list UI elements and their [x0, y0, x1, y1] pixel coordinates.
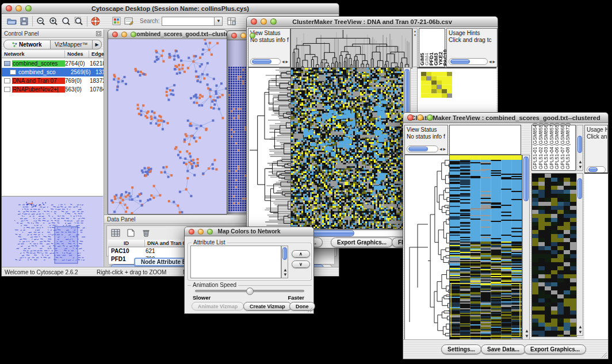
help-lifering-icon[interactable]	[89, 16, 102, 27]
resize-grip[interactable]	[307, 306, 313, 313]
attribute-list-vscrollbar[interactable]: ▲▼	[281, 246, 288, 278]
network-item-icon	[4, 61, 10, 66]
export-graphics-button[interactable]: Export Graphics...	[331, 237, 393, 247]
tv2-genes-vscrollbar[interactable]: ▲▼	[576, 173, 583, 336]
new-attribute-icon[interactable]	[124, 227, 137, 239]
network-item-icon	[10, 70, 16, 75]
close-button[interactable]	[231, 33, 237, 39]
main-titlebar[interactable]: Cytoscape Desktop (Session Name: collins…	[2, 3, 339, 14]
birdseye-view-canvas[interactable]	[2, 196, 103, 267]
network-view-canvas[interactable]	[108, 39, 227, 214]
network-nodes-count: 563(0)	[65, 86, 90, 93]
tv2-heatmap-canvas[interactable]	[449, 155, 522, 340]
speed-slider-thumb[interactable]	[246, 288, 254, 295]
close-button[interactable]	[189, 229, 194, 235]
zoom-button[interactable]	[427, 114, 433, 121]
faster-label: Faster	[288, 294, 304, 301]
tv1-status-scrollbar[interactable]: ◂▸	[250, 58, 288, 65]
search-input[interactable]	[162, 17, 215, 26]
network-table-row[interactable]: combined_scores 2764(0) 16218(0)	[2, 59, 104, 68]
zoom-selected-icon[interactable]	[72, 16, 85, 27]
open-file-icon[interactable]	[5, 16, 18, 27]
minimize-button[interactable]	[417, 114, 423, 121]
network-nodes-count: 769(0)	[65, 78, 90, 84]
tv2-column-dendrogram-area[interactable]	[449, 125, 521, 155]
move-up-button[interactable]: ∧	[292, 250, 310, 258]
tv2-status-scrollbar[interactable]: ◂▸	[407, 145, 446, 152]
zoom-button[interactable]	[207, 229, 213, 235]
network-table-header[interactable]: Network Nodes Edges	[2, 51, 104, 58]
tv2-column-labels: GPL51-01 (GSM854)GPL51-02 (GSM855)GPL51-…	[531, 125, 576, 171]
search-dropdown-button[interactable]: ▼	[215, 17, 223, 26]
zoom-button[interactable]	[250, 33, 255, 39]
network-table-row[interactable]: RNAPuberNov2+| 563(0) 107847(0)	[2, 85, 104, 94]
tv1-row-dendrogram-canvas[interactable]	[248, 67, 291, 229]
network-item-icon	[4, 87, 10, 92]
tv1-gutter-scroll[interactable]: ▴▾	[412, 28, 418, 67]
float-panel-icon[interactable]	[96, 28, 101, 39]
tv1-hints-scrollbar[interactable]: ◂▸	[449, 58, 495, 65]
export-graphics-button[interactable]: Export Graphics...	[524, 344, 586, 354]
attribute-listbox[interactable]	[190, 246, 281, 278]
network-item-icon	[4, 78, 10, 83]
tv2-row-dendrogram-canvas[interactable]	[404, 155, 450, 340]
tab-network[interactable]: Network	[3, 40, 51, 49]
zoom-button[interactable]	[131, 32, 136, 37]
animate-vizmap-button[interactable]: Animate Vizmap	[192, 302, 244, 311]
save-icon[interactable]	[18, 16, 30, 27]
tv2-button-bar: Settings... Save Data... Export Graphics…	[403, 339, 608, 359]
dialog-titlebar[interactable]: Map Colors to Network	[185, 227, 313, 236]
treeview1-titlebar[interactable]: ClusterMaker TreeView : DNA and Tran 07-…	[247, 17, 498, 27]
network-table-row[interactable]: combined_sco 2569(6) 13112(15)	[2, 68, 104, 76]
network-tab-icon	[12, 42, 17, 47]
tv2-gene-labels	[584, 173, 608, 340]
tv1-column-dendrogram-canvas[interactable]	[290, 28, 412, 68]
save-data-button[interactable]: Save Data...	[481, 344, 526, 354]
vizmapper-icon[interactable]	[110, 16, 123, 27]
tv2-labels-vscrollbar[interactable]: ▲▼	[576, 125, 583, 171]
tab-vizmapper[interactable]: VizMapper™	[51, 40, 93, 49]
zoom-button[interactable]	[270, 18, 277, 25]
tv1-heatmap-canvas[interactable]	[290, 67, 404, 229]
network-edges-count: 183728(0)	[90, 78, 104, 84]
minimize-button[interactable]	[261, 18, 267, 25]
attribute-select-icon[interactable]	[109, 227, 122, 239]
network-table-row[interactable]: DNA and Tran 07 769(0) 183728(0)	[2, 76, 104, 85]
tv2-heatmap-vscrollbar[interactable]: ▲▼	[522, 155, 530, 340]
zoom-out-icon[interactable]	[35, 16, 47, 27]
minimize-button[interactable]	[198, 229, 204, 235]
window-controls	[6, 5, 32, 12]
search-label: Search:	[140, 18, 159, 24]
tab-overflow-button[interactable]: ▶	[93, 40, 102, 49]
toolbar-separator	[87, 16, 87, 26]
close-button[interactable]	[112, 32, 118, 37]
zoom-fit-icon[interactable]	[60, 16, 72, 27]
treeview2-titlebar[interactable]: ClusterMaker TreeView : combined_scores_…	[403, 113, 608, 123]
network-name: combined_scores	[12, 60, 65, 67]
close-button[interactable]	[6, 5, 12, 12]
map-colors-dialog: Map Colors to Network Attribute List ▲▼ …	[184, 227, 314, 314]
move-down-button[interactable]: ∨	[292, 260, 310, 268]
annotation-icon[interactable]	[123, 16, 135, 27]
zoom-button[interactable]	[25, 5, 32, 12]
zoom-in-icon[interactable]	[47, 16, 60, 27]
network-view-titlebar[interactable]: combined_scores_good.txt--cluste...	[108, 30, 227, 39]
minimize-button[interactable]	[121, 32, 127, 37]
status-hint-zoom: Right-click + drag to ZOOM	[94, 267, 180, 276]
minimize-button[interactable]	[16, 5, 22, 12]
network-name: RNAPuberNov2+|	[12, 86, 65, 93]
close-button[interactable]	[251, 18, 257, 25]
speed-slider[interactable]	[195, 290, 304, 292]
delete-attribute-icon[interactable]	[139, 227, 152, 239]
tv1-hscroll-thumb[interactable]	[308, 230, 354, 236]
resize-grip[interactable]	[600, 351, 607, 358]
tv2-zoom-heatmap-canvas[interactable]	[531, 173, 577, 337]
close-button[interactable]	[407, 114, 414, 121]
minimize-button[interactable]	[240, 33, 246, 39]
tv1-correlation-matrix-canvas[interactable]	[421, 72, 452, 98]
create-vizmap-button[interactable]: Create Vizmap	[243, 302, 292, 311]
settings-button[interactable]: Settings...	[441, 344, 481, 354]
attribute-browser-icon[interactable]	[225, 16, 238, 27]
treeview2-title: ClusterMaker TreeView : combined_scores_…	[403, 114, 608, 121]
tv2-view-status-panel: View StatusNo status info f ◂▸	[404, 125, 448, 155]
